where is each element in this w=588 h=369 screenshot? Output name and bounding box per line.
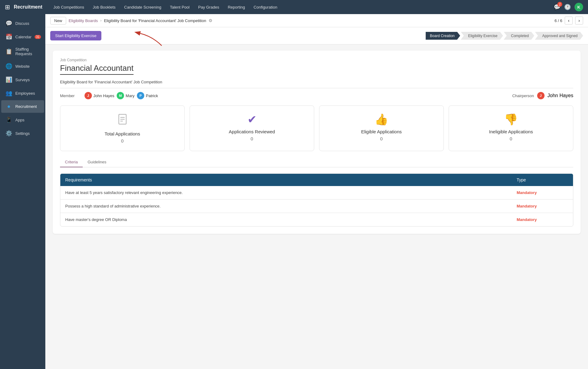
total-applications-label: Total Applications — [65, 131, 179, 136]
nav-talent-pool[interactable]: Talent Pool — [166, 3, 193, 11]
sidebar-label-staffing: Staffing Requests — [15, 47, 40, 56]
chat-badge: 2 — [557, 2, 562, 7]
nav-job-competitions[interactable]: Job Competitions — [50, 3, 88, 11]
total-applications-value: 0 — [65, 138, 179, 143]
settings-gear-icon[interactable]: ⚙ — [209, 18, 213, 23]
job-competition-label: Job Competition — [60, 58, 573, 62]
member-avatar-patrick: P — [137, 92, 144, 99]
chairperson-section: Chairperson J John Hayes — [512, 92, 573, 99]
user-avatar[interactable]: K — [575, 3, 583, 11]
stat-card-eligible[interactable]: 👍 Eligible Applications 0 — [319, 105, 444, 151]
sidebar-label-apps: Apps — [15, 118, 24, 122]
sidebar-label-recruitment: Recruitment — [15, 104, 37, 109]
top-navigation: ⊞ Recruitment Job Competitions Job Bookl… — [0, 0, 588, 14]
breadcrumb-navigation: 6 / 6 ‹ › — [555, 17, 583, 25]
ineligible-applications-label: Ineligible Applications — [454, 129, 568, 134]
sidebar-label-surveys: Surveys — [15, 78, 30, 82]
member-avatar-mary: M — [117, 92, 124, 99]
board-description: Eligibility Board for 'Financial Account… — [60, 80, 573, 88]
nav-job-booklets[interactable]: Job Booklets — [89, 3, 119, 11]
ineligible-applications-icon: 👎 — [454, 113, 568, 126]
members-row: Member J John Hayes M Mary P Patrick — [60, 92, 573, 99]
main-content-area: New Eligibility Boards › Eligibility Boa… — [45, 14, 588, 369]
next-record-button[interactable]: › — [575, 17, 583, 25]
tab-guidelines[interactable]: Guidelines — [83, 157, 111, 167]
sidebar-label-employees: Employees — [15, 91, 35, 96]
nav-configuration[interactable]: Configuration — [250, 3, 281, 11]
clock-icon[interactable]: 🕐 — [564, 4, 571, 10]
member-name-john: John Hayes — [93, 93, 115, 98]
form-card: Job Competition Financial Accountant Eli… — [53, 51, 581, 234]
sidebar-item-recruitment[interactable]: ● Recruitment — [1, 100, 44, 113]
sidebar-label-settings: Settings — [15, 131, 30, 136]
applications-reviewed-icon: ✔ — [195, 113, 309, 126]
sidebar-item-website[interactable]: 🌐 Website — [1, 60, 44, 73]
pipeline-step-completed[interactable]: Completed — [504, 32, 534, 40]
breadcrumb-bar: New Eligibility Boards › Eligibility Boa… — [45, 14, 588, 27]
calendar-icon: 📅 — [6, 33, 12, 40]
sidebar-item-apps[interactable]: 📱 Apps — [1, 113, 44, 126]
member-tags: J John Hayes M Mary P Patrick — [85, 92, 158, 99]
sidebar-item-calendar[interactable]: 📅 Calendar 31 — [1, 30, 44, 43]
staffing-icon: 📋 — [6, 48, 12, 55]
chairperson-label: Chairperson — [512, 93, 534, 98]
app-grid-icon[interactable]: ⊞ — [5, 3, 10, 11]
sidebar-item-staffing[interactable]: 📋 Staffing Requests — [1, 44, 44, 59]
sidebar: 💬 Discuss 📅 Calendar 31 📋 Staffing Reque… — [0, 14, 45, 369]
chat-icon[interactable]: 💬 2 — [554, 4, 560, 10]
requirement-text-3: Have master's degree OR Diploma — [60, 213, 512, 226]
member-label: Member — [60, 93, 75, 98]
member-tag-john: J John Hayes — [85, 92, 115, 99]
breadcrumb-parent[interactable]: Eligibility Boards — [69, 18, 98, 23]
start-eligibility-button[interactable]: Start Eligibility Exercise — [50, 31, 101, 40]
pipeline: Board Creation Eligibility Exercise Comp… — [426, 32, 583, 40]
member-tag-patrick: P Patrick — [137, 92, 158, 99]
nav-links: Job Competitions Job Booklets Candidate … — [50, 3, 554, 11]
chairperson-name: John Hayes — [548, 93, 574, 98]
prev-record-button[interactable]: ‹ — [565, 17, 573, 25]
sidebar-item-settings[interactable]: ⚙️ Settings — [1, 127, 44, 140]
eligible-applications-icon: 👍 — [324, 113, 439, 126]
stat-card-reviewed[interactable]: ✔ Applications Reviewed 0 — [190, 105, 314, 151]
requirement-type-3: Mandatory — [512, 213, 573, 226]
stat-card-total[interactable]: Total Applications 0 — [60, 105, 185, 151]
header-type: Type — [512, 174, 573, 186]
requirement-text-2: Possess a high standard of administrativ… — [60, 200, 512, 213]
eligible-applications-value: 0 — [324, 136, 439, 141]
sidebar-item-discuss[interactable]: 💬 Discuss — [1, 17, 44, 30]
calendar-badge: 31 — [35, 35, 41, 39]
discuss-icon: 💬 — [6, 20, 12, 27]
member-name-patrick: Patrick — [146, 93, 158, 98]
new-button[interactable]: New — [50, 17, 66, 25]
settings-icon: ⚙️ — [6, 130, 12, 137]
pipeline-step-eligibility-exercise[interactable]: Eligibility Exercise — [461, 32, 503, 40]
stat-card-ineligible[interactable]: 👎 Ineligible Applications 0 — [449, 105, 573, 151]
pager-text: 6 / 6 — [555, 18, 562, 23]
chairperson-avatar: J — [537, 92, 545, 99]
table-row: Have at least 5 years satisfactory relev… — [60, 186, 573, 200]
sidebar-item-surveys[interactable]: 📊 Surveys — [1, 73, 44, 86]
table-row: Possess a high standard of administrativ… — [60, 200, 573, 213]
job-title: Financial Accountant — [60, 63, 134, 75]
breadcrumb-current: Eligibility Board for 'Financial Account… — [104, 18, 206, 23]
tab-criteria[interactable]: Criteria — [60, 157, 83, 167]
main-layout: 💬 Discuss 📅 Calendar 31 📋 Staffing Reque… — [0, 14, 588, 369]
apps-icon: 📱 — [6, 116, 12, 123]
requirement-type-2: Mandatory — [512, 200, 573, 213]
pipeline-step-board-creation[interactable]: Board Creation — [426, 32, 460, 40]
pipeline-step-approved-signed[interactable]: Approved and Signed — [535, 32, 583, 40]
nav-reporting[interactable]: Reporting — [224, 3, 249, 11]
sidebar-item-employees[interactable]: 👥 Employees — [1, 87, 44, 100]
brand-name: Recruitment — [14, 4, 42, 10]
employees-icon: 👥 — [6, 90, 12, 97]
member-name-mary: Mary — [126, 93, 134, 98]
nav-pay-grades[interactable]: Pay Grades — [194, 3, 223, 11]
requirements-table-container: Requirements Type Have at least 5 years … — [60, 173, 573, 226]
nav-right: 💬 2 🕐 K — [554, 3, 583, 11]
member-tag-mary: M Mary — [117, 92, 134, 99]
form-content: Job Competition Financial Accountant Eli… — [45, 44, 588, 240]
nav-candidate-screening[interactable]: Candidate Screening — [120, 3, 165, 11]
applications-reviewed-label: Applications Reviewed — [195, 129, 309, 134]
table-body: Have at least 5 years satisfactory relev… — [60, 186, 573, 226]
member-avatar-john: J — [85, 92, 92, 99]
